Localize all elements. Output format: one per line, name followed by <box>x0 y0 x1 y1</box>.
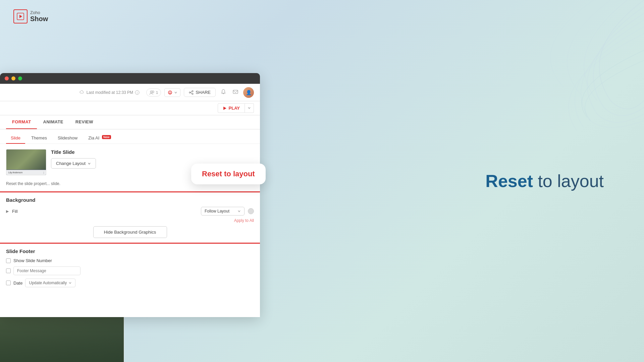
fill-color-circle[interactable] <box>248 208 254 214</box>
slide-footer-section: Slide Footer Show Slide Number Date Upda… <box>0 244 260 292</box>
svg-point-8 <box>189 92 191 93</box>
svg-point-9 <box>192 93 193 95</box>
info-icon: i <box>135 90 140 95</box>
show-slide-number-row: Show Slide Number <box>6 258 254 263</box>
play-dropdown-button[interactable] <box>245 103 254 113</box>
change-layout-button[interactable]: Change Layout <box>51 158 96 169</box>
tab-format[interactable]: FORMAT <box>6 115 37 129</box>
footer-message-row <box>6 266 254 275</box>
cloud-icon <box>79 90 85 95</box>
footer-message-input[interactable] <box>13 266 80 275</box>
background-section: Background ▶ Fill Follow Layout Apply to… <box>0 192 260 243</box>
share-icon <box>189 90 194 95</box>
play-dropdown-icon <box>248 106 251 110</box>
bell-icon <box>220 89 226 95</box>
app-header: Last modified at 12:33 PM i 1 <box>0 84 260 101</box>
panel-area: Slide Themes Slideshow Zia AI New Lil <box>0 129 260 317</box>
shapes-icon <box>167 90 173 95</box>
play-row: PLAY <box>0 101 260 115</box>
headline-word2: to layout <box>538 171 604 191</box>
notifications-button[interactable] <box>219 87 228 98</box>
collab-button[interactable]: 1 <box>146 88 161 97</box>
app-window: Last modified at 12:33 PM i 1 <box>0 73 260 317</box>
play-icon <box>223 106 227 110</box>
fill-label: Fill <box>12 209 198 214</box>
slide-title-label: Title Slide <box>51 149 254 155</box>
shapes-button[interactable] <box>164 88 180 97</box>
date-dropdown[interactable]: Update Automatically <box>25 279 75 287</box>
tab-animate[interactable]: ANIMATE <box>37 115 69 129</box>
user-avatar[interactable]: 👤 <box>243 87 254 98</box>
main-headline: Reset to layout <box>485 171 604 191</box>
tab-review[interactable]: REVIEW <box>69 115 99 129</box>
collab-icon <box>149 90 155 95</box>
slide-thumb-overlay: Lily Anderson | <box>6 170 46 175</box>
show-slide-number-checkbox[interactable] <box>6 258 11 263</box>
date-label: Date <box>13 281 22 286</box>
slide-thumb-name: Lily Anderson <box>8 171 22 174</box>
logo-area: Zoho Show <box>13 9 48 23</box>
wave-decoration <box>409 0 644 134</box>
modified-text: Last modified at 12:33 PM <box>87 90 133 95</box>
close-dot[interactable] <box>5 76 9 80</box>
svg-text:i: i <box>137 91 138 95</box>
maximize-dot[interactable] <box>18 76 22 80</box>
date-dropdown-icon <box>68 281 72 285</box>
logo-show: Show <box>30 15 48 22</box>
sub-tab-slideshow[interactable]: Slideshow <box>53 133 82 144</box>
sub-tab-zia-ai[interactable]: Zia AI New <box>84 133 115 144</box>
collab-count: 1 <box>156 90 158 95</box>
app-titlebar <box>0 73 260 84</box>
play-label: PLAY <box>229 106 240 111</box>
hide-bg-button[interactable]: Hide Background Graphics <box>93 226 167 238</box>
svg-rect-10 <box>233 90 238 94</box>
sub-tab-slide[interactable]: Slide <box>6 133 25 144</box>
svg-point-7 <box>192 90 193 92</box>
share-button[interactable]: SHARE <box>184 88 216 97</box>
sub-tabs-bar: Slide Themes Slideshow Zia AI New <box>0 129 260 144</box>
date-row: Date Update Automatically <box>6 279 254 287</box>
apply-all-text[interactable]: Apply to All <box>6 218 254 223</box>
fill-toggle[interactable]: ▶ <box>6 209 9 214</box>
sub-tab-themes[interactable]: Themes <box>26 133 52 144</box>
change-layout-chevron-icon <box>88 162 91 165</box>
background-title: Background <box>6 197 254 203</box>
chevron-down-icon <box>174 91 177 94</box>
format-tabs-bar: FORMAT ANIMATE REVIEW <box>0 115 260 129</box>
zoho-show-logo-icon <box>13 9 28 23</box>
modified-info: Last modified at 12:33 PM i <box>79 90 140 95</box>
footer-title: Slide Footer <box>6 248 254 254</box>
logo-text: Zoho Show <box>30 10 48 22</box>
slide-thumb-image <box>6 149 46 170</box>
svg-marker-11 <box>223 107 226 110</box>
minimize-dot[interactable] <box>11 76 15 80</box>
new-badge: New <box>102 135 111 139</box>
headline-word1: Reset <box>485 171 533 191</box>
mail-button[interactable] <box>231 87 240 98</box>
reset-popup-text: Reset to layout <box>202 170 255 178</box>
fill-row: ▶ Fill Follow Layout <box>6 207 254 216</box>
logo-zoho: Zoho <box>30 10 48 15</box>
fill-dropdown[interactable]: Follow Layout <box>201 207 245 216</box>
reset-popup[interactable]: Reset to layout <box>191 164 266 184</box>
play-button[interactable]: PLAY <box>218 103 245 113</box>
svg-marker-1 <box>19 15 22 18</box>
footer-message-checkbox[interactable] <box>6 268 11 273</box>
fill-dropdown-icon <box>237 209 241 213</box>
show-slide-number-label: Show Slide Number <box>13 258 52 263</box>
mail-icon <box>232 89 238 95</box>
slide-thumbnail: Lily Anderson | <box>6 149 46 175</box>
share-label: SHARE <box>196 90 211 95</box>
date-checkbox[interactable] <box>6 281 11 285</box>
